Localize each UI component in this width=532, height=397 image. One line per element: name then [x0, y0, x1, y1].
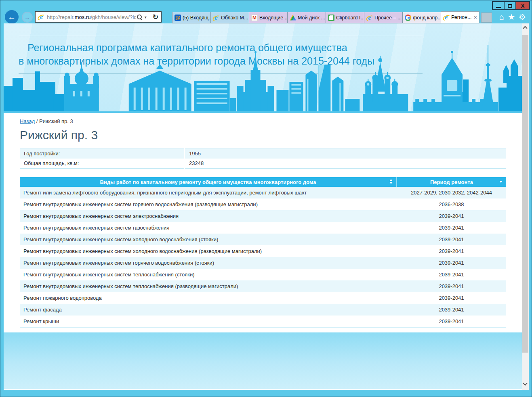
- forward-arrow-icon: →: [24, 14, 30, 21]
- url-text[interactable]: http://repair.mos.ru/gkh/house/view/?id=…: [47, 14, 136, 20]
- work-cell: Ремонт крыши: [20, 316, 397, 327]
- breadcrumb-back-link[interactable]: Назад: [20, 118, 35, 124]
- favorites-star-icon[interactable]: ★: [508, 12, 515, 22]
- period-cell: 2039-2041: [397, 245, 506, 257]
- browser-tab[interactable]: Clipboard I...: [326, 12, 364, 23]
- browser-tab[interactable]: фонд капр...: [402, 12, 441, 23]
- page-title: Рижский пр. 3: [20, 128, 506, 142]
- scrollbar-thumb[interactable]: [522, 35, 528, 353]
- browser-tab[interactable]: (5) Входящ...: [172, 12, 211, 23]
- period-column-label: Период ремонта: [430, 179, 473, 185]
- table-row: Ремонт внутридомовых инженерных систем г…: [20, 257, 506, 269]
- ie-icon: [443, 14, 450, 21]
- period-cell: 2039-2041: [397, 280, 506, 292]
- work-cell: Ремонт внутридомовых инженерных систем х…: [20, 234, 397, 245]
- building-info-body: Год постройки:1955Общая площадь, кв.м:23…: [20, 148, 506, 169]
- home-icon[interactable]: ⌂: [499, 12, 504, 22]
- refresh-icon[interactable]: ↻: [153, 13, 158, 21]
- breadcrumb-separator: /: [35, 118, 39, 124]
- info-value: 23248: [185, 159, 506, 169]
- vertical-scrollbar[interactable]: [522, 23, 529, 390]
- period-cell: 2039-2041: [397, 292, 506, 304]
- building-info-table: Год постройки:1955Общая площадь, кв.м:23…: [20, 148, 506, 169]
- close-button[interactable]: X: [515, 1, 530, 10]
- search-icon[interactable]: [137, 14, 142, 20]
- minimize-button[interactable]: [492, 1, 505, 10]
- chevron-down-icon[interactable]: ▾: [145, 15, 147, 19]
- table-row: Ремонт фасада2039-2041: [20, 304, 506, 316]
- table-row: Ремонт крыши2039-2041: [20, 316, 506, 327]
- navigation-bar: ← → http://repair.mos.ru/gkh/house/view/…: [0, 10, 532, 23]
- work-cell: Ремонт внутридомовых инженерных систем г…: [20, 257, 397, 269]
- period-cell: 2039-2041: [397, 304, 506, 316]
- address-bar[interactable]: http://repair.mos.ru/gkh/house/view/?id=…: [35, 11, 162, 23]
- browser-tab[interactable]: Прочее – ...: [364, 12, 403, 23]
- browser-tab[interactable]: Облако М...: [210, 12, 249, 23]
- works-column-label: Виды работ по капитальному ремонту общег…: [100, 179, 316, 185]
- period-cell: 2039-2041: [397, 316, 506, 327]
- tab-close-icon[interactable]: ×: [473, 14, 479, 21]
- tab-label: (5) Входящ...: [183, 15, 210, 21]
- clipboard-icon: [328, 15, 334, 21]
- browser-tab[interactable]: Входящие ...: [249, 12, 288, 23]
- table-row: Ремонт пожарного водопровода2039-2041: [20, 292, 506, 304]
- period-cell: 2039-2041: [397, 222, 506, 234]
- work-cell: Ремонт внутридомовых инженерных систем э…: [20, 210, 397, 222]
- back-button[interactable]: ←: [5, 10, 19, 24]
- moscow-skyline-illustration: [4, 42, 522, 113]
- forward-button[interactable]: →: [22, 12, 33, 23]
- info-label: Год постройки:: [20, 148, 185, 159]
- scroll-up-icon[interactable]: [523, 26, 527, 30]
- minimize-icon: [496, 7, 501, 8]
- period-cell: 2039-2041: [397, 269, 506, 280]
- work-cell: Ремонт внутридомовых инженерных систем г…: [20, 222, 397, 234]
- table-row: Ремонт внутридомовых инженерных систем х…: [20, 245, 506, 257]
- period-cell: 2039-2041: [397, 234, 506, 245]
- work-cell: Ремонт внутридомовых инженерных систем х…: [20, 245, 397, 257]
- info-row: Общая площадь, кв.м:23248: [20, 159, 506, 169]
- info-row: Год постройки:1955: [20, 148, 506, 159]
- settings-gear-icon[interactable]: ⚙: [519, 12, 526, 22]
- tab-label: Облако М...: [221, 15, 249, 21]
- table-row: Ремонт внутридомовых инженерных систем г…: [20, 222, 506, 234]
- period-cell: 2036-2038: [397, 198, 506, 210]
- gmail-icon: [251, 15, 258, 21]
- tab-label: Прочее – ...: [374, 15, 402, 21]
- work-cell: Ремонт внутридомовых инженерных систем г…: [20, 198, 397, 210]
- maximize-button[interactable]: [504, 1, 516, 10]
- new-tab-button[interactable]: [481, 13, 492, 23]
- period-column-header[interactable]: Период ремонта: [397, 177, 506, 187]
- works-table-body: Ремонт или замена лифтового оборудования…: [20, 187, 506, 327]
- info-label: Общая площадь, кв.м:: [20, 159, 185, 169]
- work-cell: Ремонт фасада: [20, 304, 397, 316]
- scroll-down-icon[interactable]: [523, 381, 527, 385]
- google-icon: [405, 15, 411, 21]
- mailru-at-icon: [175, 15, 181, 21]
- table-row: Ремонт или замена лифтового оборудования…: [20, 187, 506, 198]
- address-divider: [150, 13, 150, 21]
- sort-both-icon[interactable]: [389, 179, 393, 184]
- info-value: 1955: [185, 148, 506, 159]
- work-cell: Ремонт внутридомовых инженерных систем т…: [20, 280, 397, 292]
- table-row: Ремонт внутридомовых инженерных систем т…: [20, 269, 506, 280]
- maximize-icon: [508, 4, 512, 8]
- gdrive-icon: [290, 15, 296, 21]
- back-arrow-icon: ←: [8, 13, 16, 22]
- browser-window: X ← → http://repair.mos.ru/gkh/house/vie…: [0, 0, 532, 397]
- sort-desc-icon[interactable]: [499, 181, 503, 183]
- ie-favicon-icon: [38, 14, 45, 21]
- table-row: Ремонт внутридомовых инженерных систем т…: [20, 280, 506, 292]
- work-cell: Ремонт пожарного водопровода: [20, 292, 397, 304]
- browser-tab[interactable]: Регион...×: [441, 11, 479, 23]
- banner-rule-top: [19, 36, 423, 36]
- close-icon: X: [521, 3, 525, 9]
- tab-bar: (5) Входящ...Облако М...Входящие ...Мой …: [172, 11, 492, 23]
- table-row: Ремонт внутридомовых инженерных систем х…: [20, 234, 506, 245]
- page-footer: [4, 332, 522, 389]
- title-bar: X: [0, 0, 532, 10]
- period-cell: 2039-2041: [397, 210, 506, 222]
- table-row: Ремонт внутридомовых инженерных систем э…: [20, 210, 506, 222]
- work-cell: Ремонт внутридомовых инженерных систем т…: [20, 269, 397, 280]
- browser-tab[interactable]: Мой диск ...: [287, 12, 326, 23]
- works-column-header[interactable]: Виды работ по капитальному ремонту общег…: [20, 177, 397, 187]
